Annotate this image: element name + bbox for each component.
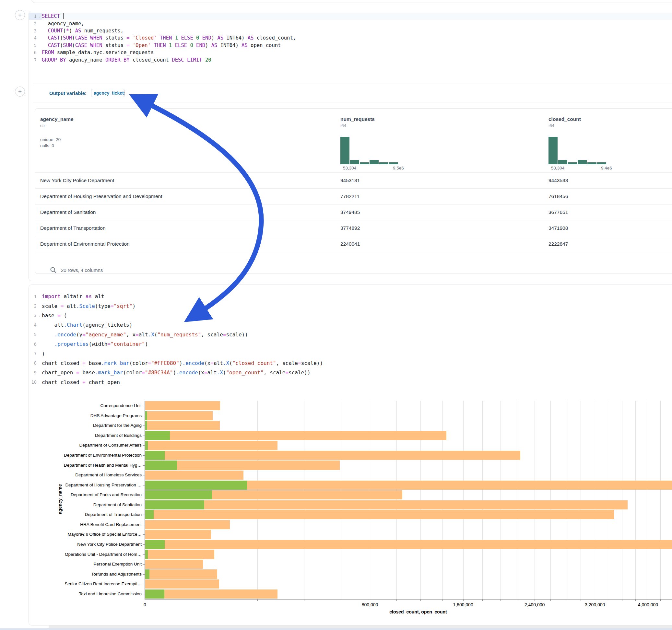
code-line[interactable]: 4 alt.Chart(agency_tickets) xyxy=(29,320,672,330)
output-variable-bar: Output variable: agency_tickets xyxy=(29,84,672,102)
code-line[interactable]: 2scale = alt.Scale(type="sqrt") xyxy=(29,301,672,311)
column-histogram xyxy=(340,137,398,164)
table-row: Department of Transportation377489234719… xyxy=(35,220,672,236)
column-header[interactable]: closed_counti6453,3049.4e6 xyxy=(549,116,581,128)
results-table: agency_namestrunique: 20nulls: 0num_requ… xyxy=(35,108,672,274)
code-line[interactable]: 6 .properties(width="container") xyxy=(29,339,672,349)
output-variable-label: Output variable: xyxy=(49,91,87,96)
line-number: 3 xyxy=(29,27,42,34)
table-cell: 3677651 xyxy=(549,209,568,215)
table-cell: Department of Environmental Protection xyxy=(40,241,130,247)
rows-summary: 20 rows, 4 columns xyxy=(61,267,103,273)
search-icon[interactable] xyxy=(50,267,56,273)
table-cell: 7618456 xyxy=(549,193,568,199)
table-bottom-divider xyxy=(35,252,672,252)
output-variable-input[interactable]: agency_tickets xyxy=(91,89,125,97)
page-gap xyxy=(49,626,672,628)
histogram-bar xyxy=(568,162,577,164)
add-cell-button[interactable]: + xyxy=(15,10,25,20)
code-line[interactable]: 3 COUNT(*) AS num_requests, xyxy=(29,27,672,34)
code-line[interactable]: 5 CAST(SUM(CASE WHEN status = 'Open' THE… xyxy=(29,42,672,49)
table-cell: 3774892 xyxy=(340,225,360,231)
histogram-bar xyxy=(578,160,587,164)
code-line[interactable]: 3⌄base = ( xyxy=(29,311,672,320)
table-cell: 9443533 xyxy=(549,177,568,184)
line-number: 6 xyxy=(29,339,42,349)
table-row: Department of Environmental Protection22… xyxy=(35,236,672,252)
code-line[interactable]: 5 .encode(y="agency_name", x=alt.X("num_… xyxy=(29,330,672,339)
column-histogram xyxy=(549,137,606,164)
code-line[interactable]: 10chart_closed + chart_open xyxy=(29,378,672,387)
table-row: Department of Sanitation37494853677651 xyxy=(35,204,672,220)
histogram-max-label: 9.5e6 xyxy=(393,166,404,170)
line-number: 4 xyxy=(29,320,42,330)
table-cell: 7782211 xyxy=(340,193,360,199)
line-number: 1⌄ xyxy=(29,13,42,20)
histogram-bar xyxy=(360,162,369,164)
column-header[interactable]: num_requestsi6453,3049.5e6 xyxy=(340,116,375,128)
line-number: 10 xyxy=(29,378,42,387)
sql-code-editor[interactable]: 1⌄SELECT 2 agency_name,3 COUNT(*) AS num… xyxy=(29,13,672,64)
divider xyxy=(33,102,672,102)
table-cell: New York City Police Department xyxy=(40,177,114,184)
table-header: agency_namestrunique: 20nulls: 0num_requ… xyxy=(35,108,672,172)
line-number: 7 xyxy=(29,349,42,358)
line-number: 8 xyxy=(29,358,42,368)
histogram-bar xyxy=(549,137,557,164)
table-row: New York City Police Department945313194… xyxy=(35,172,672,188)
histogram-bar xyxy=(389,162,398,164)
python-cell: 1import altair as alt2scale = alt.Scale(… xyxy=(28,285,672,626)
line-number: 2 xyxy=(29,301,42,311)
code-line[interactable]: 7GROUP BY agency_name ORDER BY closed_co… xyxy=(29,56,672,63)
table-row: Department of Housing Preservation and D… xyxy=(35,188,672,204)
histogram-bar xyxy=(369,160,379,164)
next-cell-edge xyxy=(0,628,672,630)
code-line[interactable]: 4 CAST(SUM(CASE WHEN status = 'Closed' T… xyxy=(29,34,672,42)
code-line[interactable]: 2 agency_name, xyxy=(29,20,672,27)
table-cell: Department of Transportation xyxy=(40,225,106,231)
histogram-bar xyxy=(587,162,597,164)
code-line[interactable]: 7) xyxy=(29,349,672,358)
table-cell: 9453131 xyxy=(340,177,360,184)
histogram-max-label: 9.4e6 xyxy=(601,166,612,170)
histogram-bar xyxy=(340,137,350,164)
line-number: 6 xyxy=(29,49,42,56)
column-stats: unique: 20nulls: 0 xyxy=(40,137,74,149)
line-number: 5 xyxy=(29,42,42,49)
line-number: 9 xyxy=(29,368,42,377)
histogram-bar xyxy=(558,160,567,164)
code-line[interactable]: 8chart_closed = base.mark_bar(color="#FF… xyxy=(29,358,672,368)
previous-cell-edge xyxy=(31,0,672,3)
code-line[interactable]: 1⌄SELECT xyxy=(29,13,672,20)
table-cell: 3471908 xyxy=(549,225,568,231)
line-number: 5 xyxy=(29,330,42,339)
histogram-bar xyxy=(597,162,606,164)
histogram-min-label: 53,304 xyxy=(343,166,356,170)
line-number: 2 xyxy=(29,20,42,27)
table-cell: 2240041 xyxy=(340,241,360,247)
add-cell-button[interactable]: + xyxy=(15,87,25,97)
table-cell: 2222847 xyxy=(549,241,568,247)
table-cell: Department of Sanitation xyxy=(40,209,96,215)
histogram-min-label: 53,304 xyxy=(551,166,565,170)
code-line[interactable]: 6FROM sample_data.nyc.service_requests xyxy=(29,49,672,56)
line-number: 4 xyxy=(29,34,42,42)
line-number: 3⌄ xyxy=(29,311,42,320)
code-line[interactable]: 9chart_open = base.mark_bar(color="#8BC3… xyxy=(29,368,672,377)
column-header[interactable]: agency_namestrunique: 20nulls: 0 xyxy=(40,116,74,149)
histogram-bar xyxy=(350,160,359,164)
sql-cell: 1⌄SELECT 2 agency_name,3 COUNT(*) AS num… xyxy=(28,11,672,281)
line-number: 1 xyxy=(29,292,42,301)
code-line[interactable]: 1import altair as alt xyxy=(29,292,672,301)
table-footer: 20 rows, 4 columns xyxy=(50,267,103,273)
line-number: 7 xyxy=(29,56,42,63)
text-cursor xyxy=(63,13,64,19)
python-code-editor[interactable]: 1import altair as alt2scale = alt.Scale(… xyxy=(29,292,672,387)
table-cell: 3749485 xyxy=(340,209,360,215)
table-cell: Department of Housing Preservation and D… xyxy=(40,193,162,199)
histogram-bar xyxy=(379,162,388,164)
